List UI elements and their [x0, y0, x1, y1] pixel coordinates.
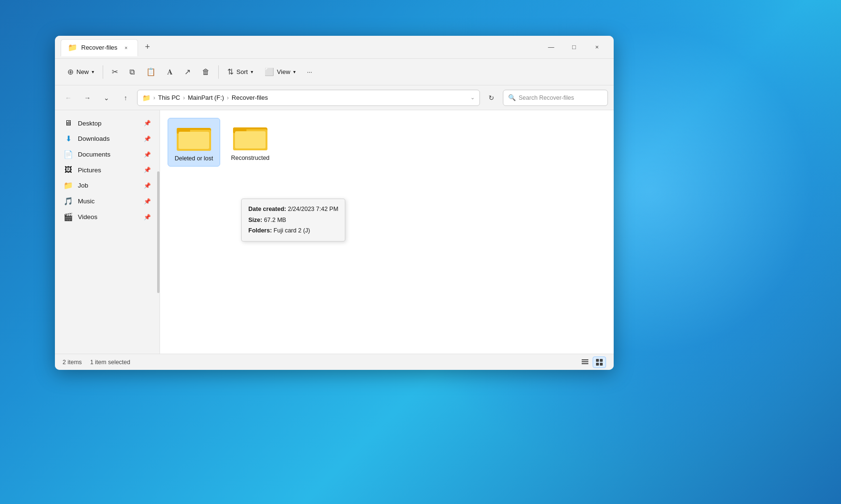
tab-close-button[interactable]: ×	[121, 43, 131, 52]
sidebar-item-pictures[interactable]: 🖼 Pictures 📌	[59, 163, 156, 177]
tooltip-folders: Folders: Fuji card 2 (J)	[248, 225, 338, 236]
desktop-pin-icon: 📌	[144, 120, 151, 126]
sidebar-item-videos[interactable]: 🎬 Videos 📌	[59, 210, 156, 224]
maximize-button[interactable]: □	[563, 40, 585, 55]
more-label: ···	[307, 68, 312, 75]
sidebar: 🖥 Desktop 📌 ⬇ Downloads 📌 📄 Documents 📌	[55, 110, 160, 354]
new-label: New	[76, 68, 89, 75]
svg-rect-11	[596, 359, 599, 362]
sidebar-label-music: Music	[78, 198, 95, 205]
folder-icon-deleted	[177, 122, 211, 151]
address-bar-row: ← → ⌄ ↑ 📁 › This PC › MainPart (F:) › Re…	[55, 85, 614, 110]
sidebar-label-desktop: Desktop	[78, 120, 102, 127]
music-pin-icon: 📌	[144, 198, 151, 205]
forward-button[interactable]: →	[80, 90, 95, 105]
pictures-icon: 🖼	[64, 166, 73, 174]
list-view-button[interactable]	[578, 357, 592, 368]
sort-label: Sort	[236, 68, 248, 75]
sort-chevron-icon: ▾	[251, 69, 253, 74]
pictures-pin-icon: 📌	[144, 167, 151, 173]
file-item-deleted-or-lost[interactable]: Deleted or lost	[168, 118, 220, 167]
sidebar-label-documents: Documents	[78, 151, 110, 158]
svg-rect-12	[600, 359, 603, 362]
view-button[interactable]: ⬜ View ▾	[260, 64, 300, 79]
more-button[interactable]: ···	[302, 65, 317, 78]
svg-rect-3	[179, 132, 209, 149]
documents-icon: 📄	[64, 150, 73, 159]
sidebar-scrollbar-thumb	[157, 171, 160, 293]
svg-rect-7	[235, 131, 266, 148]
address-sep-2: ›	[183, 94, 185, 101]
sidebar-item-downloads[interactable]: ⬇ Downloads 📌	[59, 131, 156, 146]
toolbar-divider-1	[103, 65, 103, 79]
tab-title: Recover-files	[81, 44, 117, 51]
share-icon: ↗	[184, 67, 191, 76]
sidebar-scrollbar-track	[157, 110, 160, 354]
search-box[interactable]: 🔍 Search Recover-files	[503, 90, 608, 106]
delete-icon: 🗑	[202, 68, 210, 76]
tooltip-date: Date created: 2/24/2023 7:42 PM	[248, 204, 338, 215]
rename-icon: 𝐀	[167, 68, 173, 76]
file-grid: Deleted or lost Reconstructed	[168, 118, 606, 167]
title-bar: 📁 Recover-files × + — □ ×	[55, 36, 614, 59]
view-chevron-icon: ▾	[293, 69, 296, 74]
new-button[interactable]: ⊕ New ▾	[63, 64, 99, 79]
sidebar-label-pictures: Pictures	[78, 167, 101, 174]
minimize-button[interactable]: —	[540, 40, 562, 55]
address-bar[interactable]: 📁 › This PC › MainPart (F:) › Recover-fi…	[137, 90, 480, 106]
address-sep-3: ›	[227, 94, 229, 101]
folder-icon-reconstructed	[233, 122, 267, 150]
new-tab-button[interactable]: +	[140, 40, 155, 55]
refresh-button[interactable]: ↻	[484, 90, 499, 105]
share-button[interactable]: ↗	[180, 64, 195, 79]
sidebar-item-documents[interactable]: 📄 Documents 📌	[59, 147, 156, 162]
active-tab[interactable]: 📁 Recover-files ×	[61, 39, 138, 56]
videos-pin-icon: 📌	[144, 214, 151, 220]
toolbar: ⊕ New ▾ ✂ ⧉ 📋 𝐀 ↗ 🗑 ⇅ Sort ▾ ⬜	[55, 59, 614, 85]
sort-button[interactable]: ⇅ Sort ▾	[223, 64, 258, 79]
tab-area: 📁 Recover-files × +	[61, 36, 540, 58]
svg-rect-14	[600, 363, 603, 366]
job-icon: 📁	[64, 181, 73, 190]
copy-icon: ⧉	[129, 68, 135, 76]
music-icon: 🎵	[64, 197, 73, 206]
recent-button[interactable]: ⌄	[99, 90, 114, 105]
status-view-buttons	[578, 357, 606, 368]
rename-button[interactable]: 𝐀	[162, 65, 178, 79]
svg-rect-8	[582, 359, 588, 360]
cut-button[interactable]: ✂	[107, 64, 123, 79]
window-controls: — □ ×	[540, 40, 608, 55]
file-item-reconstructed[interactable]: Reconstructed	[224, 118, 277, 167]
documents-pin-icon: 📌	[144, 151, 151, 158]
explorer-window: 📁 Recover-files × + — □ × ⊕ New ▾ ✂ ⧉ 📋	[55, 36, 614, 370]
sidebar-item-music[interactable]: 🎵 Music 📌	[59, 194, 156, 209]
grid-view-button[interactable]	[593, 357, 606, 368]
new-chevron-icon: ▾	[92, 69, 94, 74]
job-pin-icon: 📌	[144, 182, 151, 189]
main-content: 🖥 Desktop 📌 ⬇ Downloads 📌 📄 Documents 📌	[55, 110, 614, 354]
items-count: 2 items	[63, 359, 82, 366]
copy-button[interactable]: ⧉	[125, 65, 139, 79]
delete-button[interactable]: 🗑	[197, 65, 214, 79]
address-dropdown-icon[interactable]: ⌄	[470, 94, 475, 101]
tooltip-size: Size: 67.2 MB	[248, 215, 338, 226]
sidebar-item-job[interactable]: 📁 Job 📌	[59, 178, 156, 193]
search-icon: 🔍	[508, 94, 516, 101]
address-part-2: MainPart (F:)	[188, 94, 224, 101]
file-name-deleted: Deleted or lost	[175, 155, 213, 162]
up-button[interactable]: ↑	[118, 90, 133, 105]
back-button[interactable]: ←	[61, 90, 76, 105]
sidebar-label-videos: Videos	[78, 213, 97, 220]
downloads-icon: ⬇	[64, 134, 73, 143]
address-sep-1: ›	[153, 94, 155, 101]
toolbar-divider-2	[218, 65, 219, 79]
close-button[interactable]: ×	[586, 40, 608, 55]
svg-rect-9	[582, 361, 588, 362]
videos-icon: 🎬	[64, 212, 73, 221]
paste-button[interactable]: 📋	[141, 64, 160, 79]
sidebar-item-desktop[interactable]: 🖥 Desktop 📌	[59, 116, 156, 130]
svg-rect-10	[582, 363, 588, 364]
sidebar-label-job: Job	[78, 182, 88, 189]
sidebar-label-downloads: Downloads	[78, 135, 110, 142]
svg-rect-13	[596, 363, 599, 366]
